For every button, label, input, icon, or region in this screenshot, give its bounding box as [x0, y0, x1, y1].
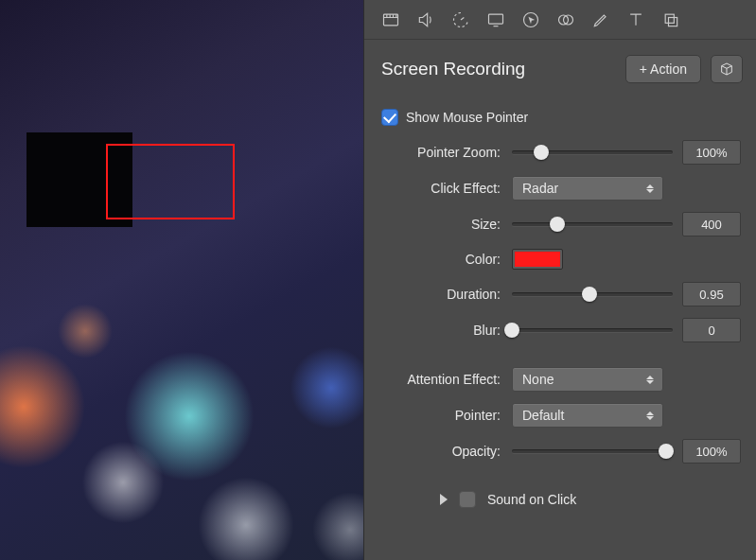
color-swatch-inner — [515, 252, 560, 267]
sound-on-click-checkbox[interactable] — [459, 491, 476, 508]
size-slider[interactable] — [512, 215, 673, 234]
attention-effect-label: Attention Effect: — [364, 372, 512, 387]
svg-rect-5 — [665, 14, 674, 23]
pointer-zoom-slider[interactable] — [512, 143, 673, 162]
blur-slider[interactable] — [512, 321, 673, 340]
duration-value[interactable] — [682, 282, 741, 306]
show-mouse-label: Show Mouse Pointer — [398, 110, 528, 125]
inspector-panel: Screen Recording + Action Show Mouse Poi… — [363, 0, 756, 560]
blend-tab-icon[interactable] — [556, 10, 575, 29]
annotate-tab-icon[interactable] — [591, 10, 610, 29]
blur-label: Blur: — [364, 323, 512, 338]
pointer-select-label: Pointer: — [364, 408, 512, 423]
inspector-tab-bar — [364, 0, 756, 40]
pointer-select[interactable]: Default — [512, 403, 663, 428]
click-effect-selected: Radar — [522, 181, 558, 196]
chevron-updown-icon — [642, 177, 659, 200]
chevron-updown-icon — [642, 404, 659, 427]
attention-effect-selected: None — [522, 372, 554, 387]
attention-effect-select[interactable]: None — [512, 367, 663, 392]
preview-red-rect — [106, 144, 235, 219]
svg-rect-1 — [489, 14, 503, 24]
click-effect-label: Click Effect: — [364, 181, 512, 196]
blur-value[interactable] — [682, 318, 741, 342]
duration-slider[interactable] — [512, 285, 673, 304]
show-mouse-checkbox[interactable] — [381, 109, 398, 126]
size-value[interactable] — [682, 212, 741, 236]
cursor-tab-icon[interactable] — [521, 10, 540, 29]
color-label: Color: — [364, 252, 512, 267]
audio-tab-icon[interactable] — [416, 10, 435, 29]
canvas-preview — [0, 0, 363, 560]
pointer-zoom-value[interactable] — [682, 140, 741, 165]
sound-disclosure-icon[interactable] — [440, 494, 448, 505]
text-tab-icon[interactable] — [626, 10, 645, 29]
copy-tab-icon[interactable] — [661, 10, 680, 29]
sound-on-click-label: Sound on Click — [487, 492, 576, 507]
click-effect-select[interactable]: Radar — [512, 176, 663, 201]
pointer-selected: Default — [522, 408, 564, 423]
duration-label: Duration: — [364, 287, 512, 302]
color-swatch[interactable] — [512, 249, 563, 270]
pointer-zoom-label: Pointer Zoom: — [364, 145, 512, 160]
opacity-label: Opacity: — [364, 444, 512, 459]
panel-title: Screen Recording — [381, 59, 616, 79]
opacity-value[interactable] — [682, 439, 741, 464]
timing-tab-icon[interactable] — [451, 10, 470, 29]
opacity-slider[interactable] — [512, 442, 673, 461]
gear-3d-button[interactable] — [711, 55, 743, 83]
size-label: Size: — [364, 217, 512, 232]
chevron-updown-icon — [642, 368, 659, 391]
display-tab-icon[interactable] — [486, 10, 505, 29]
add-action-button[interactable]: + Action — [625, 55, 701, 83]
video-tab-icon[interactable] — [381, 10, 400, 29]
svg-rect-6 — [669, 17, 677, 26]
